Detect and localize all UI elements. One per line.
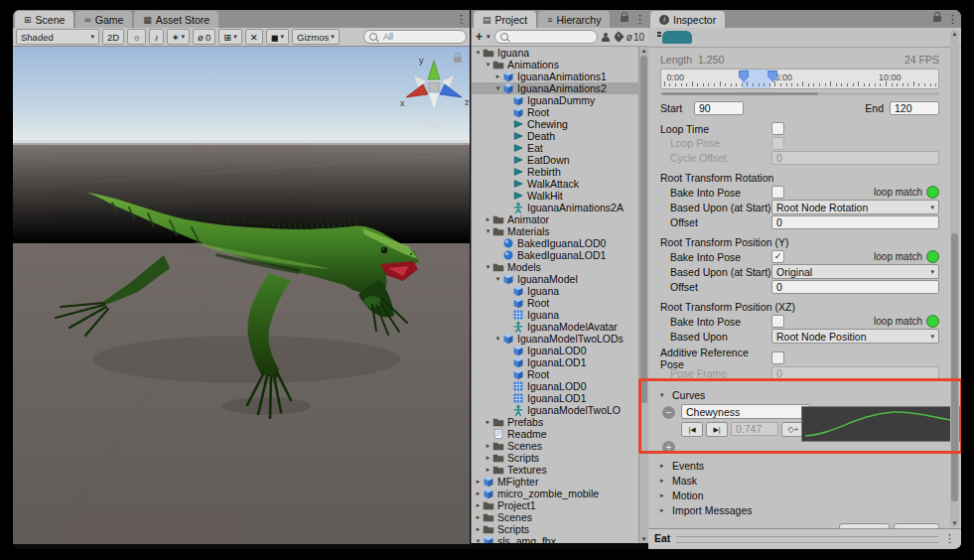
foldout-mask[interactable]: ▸Mask xyxy=(660,473,939,488)
tree-item[interactable]: ▸ MFighter xyxy=(472,476,639,488)
tree-item[interactable]: IguanaAnimations2A xyxy=(472,202,639,213)
collapsed-arrow-icon[interactable]: ▸ xyxy=(484,440,492,452)
tree-item[interactable]: IguanaLOD1 xyxy=(472,392,639,404)
based-upon-dropdown[interactable]: Original▾ xyxy=(771,264,939,279)
curve-name-field[interactable]: Chewyness xyxy=(681,404,810,419)
project-scrollbar[interactable]: ▲ ▼ xyxy=(638,47,648,543)
tool-settings-button[interactable]: ✕ xyxy=(245,29,263,45)
collapsed-arrow-icon[interactable]: ▸ xyxy=(474,499,483,511)
offset-field[interactable]: 0 xyxy=(771,280,939,294)
tree-item[interactable]: ▸ Scripts xyxy=(472,452,639,464)
curve-preview[interactable] xyxy=(801,406,960,442)
collapsed-arrow-icon[interactable]: ▸ xyxy=(474,511,483,523)
tree-item[interactable]: ▸ Textures xyxy=(472,464,639,476)
collapsed-arrow-icon[interactable]: ▸ xyxy=(474,476,483,488)
2d-toggle[interactable]: 2D xyxy=(102,29,124,45)
expanded-arrow-icon[interactable]: ▾ xyxy=(474,535,483,543)
hidden-objects-toggle[interactable]: ø0 xyxy=(193,29,215,45)
lighting-toggle[interactable]: ☼ xyxy=(127,29,146,45)
label-filter-icon[interactable] xyxy=(613,31,624,42)
tree-item[interactable]: Iguana xyxy=(472,285,639,297)
ins-scroll-up-icon[interactable]: ▲ xyxy=(950,31,959,37)
clip-timeline-ruler[interactable]: 0:005:0010:00 xyxy=(660,69,939,89)
project-scroll-thumb[interactable] xyxy=(640,56,647,403)
tree-item[interactable]: ▸ Scripts xyxy=(472,523,639,535)
tree-item[interactable]: Iguana xyxy=(472,309,639,321)
tree-item[interactable]: ▸ Scenes xyxy=(472,440,639,452)
bake-into-pose-checkbox[interactable] xyxy=(771,315,784,328)
tree-item[interactable]: WalkHit xyxy=(472,190,639,202)
scene-menu-icon[interactable]: ⋮ xyxy=(456,12,467,26)
next-key-button[interactable]: ▶| xyxy=(706,422,728,437)
tree-item[interactable]: IguanaModelTwoLO xyxy=(472,404,639,416)
offset-field[interactable]: 0 xyxy=(771,215,939,229)
tree-item[interactable]: ▸ Animator xyxy=(472,213,639,225)
clip-menu-icon[interactable]: ⋮ xyxy=(944,531,955,545)
start-field[interactable]: 90 xyxy=(694,101,744,115)
shading-dropdown[interactable]: Shaded▾ xyxy=(16,29,99,45)
end-field[interactable]: 120 xyxy=(890,101,939,115)
curves-foldout[interactable]: ▾ Curves xyxy=(660,387,939,402)
scroll-down-icon[interactable]: ▼ xyxy=(639,536,648,542)
foldout-import-messages[interactable]: ▸Import Messages xyxy=(660,502,939,517)
create-asset-button[interactable]: + xyxy=(476,30,483,44)
tree-item[interactable]: WalkAttack xyxy=(472,178,639,190)
collapsed-arrow-icon[interactable]: ▸ xyxy=(484,452,492,464)
timeline-hscroll[interactable] xyxy=(660,92,939,95)
expanded-arrow-icon[interactable]: ▾ xyxy=(484,225,492,237)
scene-viewport[interactable]: y x z ‹ Persp xyxy=(13,47,470,544)
tree-item[interactable]: Chewing xyxy=(472,118,639,130)
inspector-scrollbar[interactable]: ▲ ▼ xyxy=(950,30,959,527)
audio-toggle[interactable]: ♪ xyxy=(149,29,164,45)
tree-item[interactable]: ▾ Animations xyxy=(472,59,639,70)
inspector-menu-icon[interactable]: ⋮ xyxy=(947,12,958,26)
expanded-arrow-icon[interactable]: ▾ xyxy=(493,82,502,94)
loop-time-checkbox[interactable] xyxy=(771,122,784,135)
foldout-events[interactable]: ▸Events xyxy=(660,458,939,473)
collapsed-arrow-icon[interactable]: ▸ xyxy=(484,416,492,428)
collapsed-arrow-icon[interactable]: ▸ xyxy=(493,70,502,82)
inspector-scroll-thumb[interactable] xyxy=(951,233,958,501)
effects-dropdown[interactable]: ✶▾ xyxy=(167,29,190,45)
tree-item[interactable]: ▾ Models xyxy=(472,261,639,273)
hidden-count-toggle[interactable]: ø10 xyxy=(626,32,644,43)
scene-search[interactable] xyxy=(363,30,467,44)
tree-item[interactable]: BakedIguanaLOD1 xyxy=(472,249,639,261)
tree-item[interactable]: IguanaDummy xyxy=(472,94,639,106)
bake-into-pose-checkbox[interactable]: ✓ xyxy=(771,250,784,263)
scroll-up-icon[interactable]: ▲ xyxy=(639,48,648,54)
create-dropdown-icon[interactable]: ▾ xyxy=(487,33,490,41)
tree-item[interactable]: Rebirth xyxy=(472,166,639,178)
project-search[interactable] xyxy=(494,30,598,44)
tab-hierarchy[interactable]: ≡ Hierarchy xyxy=(538,11,610,28)
tab-project[interactable]: ▤ Project xyxy=(474,11,536,28)
camera-dropdown[interactable]: ◼▾ xyxy=(266,29,289,45)
clip-selector-bar[interactable]: Eat ⋮ xyxy=(648,528,961,547)
expanded-arrow-icon[interactable]: ▾ xyxy=(493,273,502,285)
collapsed-arrow-icon[interactable]: ▸ xyxy=(474,523,483,535)
tree-item[interactable]: ▾ sls_amg_fbx xyxy=(472,535,639,543)
gizmos-dropdown[interactable]: Gizmos▾ xyxy=(292,29,340,45)
foldout-motion[interactable]: ▸Motion xyxy=(660,488,939,502)
expanded-arrow-icon[interactable]: ▾ xyxy=(484,59,492,70)
tree-item[interactable]: ▸ IguanaAnimations1 xyxy=(472,70,639,82)
tree-item[interactable]: ▸ Scenes xyxy=(472,511,639,523)
tree-item[interactable]: ▸ Prefabs xyxy=(472,416,639,428)
additive-reference-pose-checkbox[interactable] xyxy=(771,351,784,364)
tree-item[interactable]: Death xyxy=(472,130,639,142)
collapsed-arrow-icon[interactable]: ▸ xyxy=(484,464,492,476)
tree-item[interactable]: Root xyxy=(472,106,639,118)
tree-item[interactable]: ▾ Materials xyxy=(472,225,639,237)
tab-scene[interactable]: ⊞ Scene xyxy=(15,11,73,28)
tree-item[interactable]: BakedIguanaLOD0 xyxy=(472,237,639,249)
expanded-arrow-icon[interactable]: ▾ xyxy=(493,333,502,345)
tree-item[interactable]: IguanaLOD0 xyxy=(472,380,639,392)
expanded-arrow-icon[interactable]: ▾ xyxy=(474,47,483,59)
tree-item[interactable]: ▸ micro_zombie_mobile xyxy=(472,488,639,499)
drag-handle[interactable] xyxy=(676,536,938,543)
tab-asset-store[interactable]: ▦ Asset Store xyxy=(134,11,218,28)
expanded-arrow-icon[interactable]: ▾ xyxy=(484,261,492,273)
bake-into-pose-checkbox[interactable] xyxy=(771,186,784,199)
add-curve-button[interactable]: + xyxy=(662,441,675,454)
tree-item[interactable]: ▾ IguanaAnimations2 xyxy=(472,82,639,94)
